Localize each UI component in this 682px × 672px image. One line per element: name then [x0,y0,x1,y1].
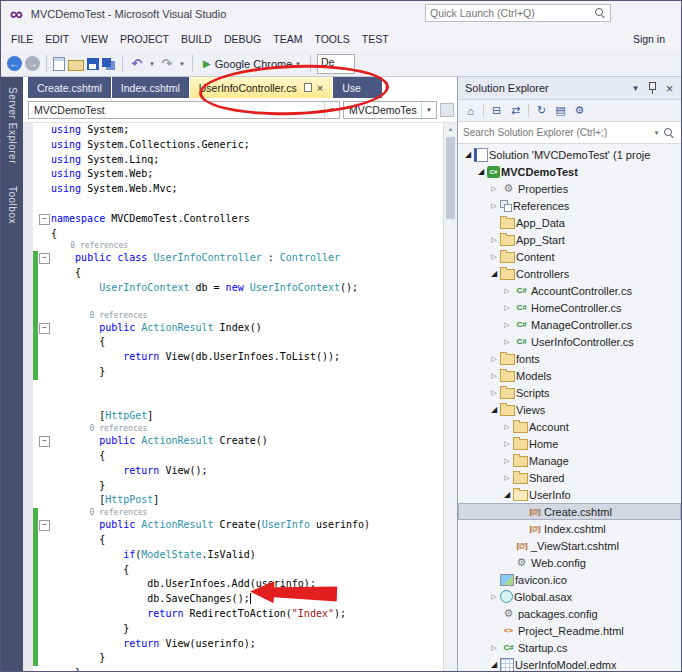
menu-test[interactable]: TEST [356,27,395,51]
pin-icon[interactable] [644,80,661,96]
close-tab-icon[interactable]: × [317,83,323,93]
tab-create-cshtml[interactable]: Create.cshtml [28,77,111,98]
window-position-chevron-icon[interactable]: ▾ [627,80,644,96]
tree-item-userinfomodel-edmx[interactable]: ◢UserInfoModel.edmx [458,656,681,671]
tree-item-app-start[interactable]: ▷App_Start [458,231,681,248]
collapsed-arrow-icon[interactable]: ▷ [501,474,513,482]
collapse-region-box[interactable]: − [39,436,50,447]
sync-with-active-document-icon[interactable]: ⇄ [507,102,524,119]
collapsed-arrow-icon[interactable]: ▷ [488,236,500,244]
collapsed-arrow-icon[interactable]: ▷ [488,202,500,210]
menu-debug[interactable]: DEBUG [218,27,267,51]
new-file-icon[interactable] [53,57,65,71]
collapsed-arrow-icon[interactable]: ▷ [488,644,500,652]
expanded-arrow-icon[interactable]: ◢ [488,405,500,414]
tree-item-mvcdemotest[interactable]: ◢C#MVCDemoTest [458,163,681,180]
collapsed-arrow-icon[interactable]: ▷ [488,185,500,193]
show-all-files-icon[interactable]: ▤ [552,102,569,119]
tree-item-global-asax[interactable]: ▷Global.asax [458,588,681,605]
solution-explorer-search-input[interactable] [460,127,651,138]
collapsed-arrow-icon[interactable]: ▷ [501,440,513,448]
start-debugging-button[interactable]: ▶ Google Chrome ▾ [199,58,304,70]
quick-launch-input[interactable] [426,7,593,19]
codelens-line[interactable]: 0 references [23,311,443,321]
tree-item-favicon-ico[interactable]: favicon.ico [458,571,681,588]
close-icon[interactable]: × [661,80,678,96]
pin-tab-icon[interactable] [304,83,312,92]
codelens-line[interactable]: 0 references [23,508,443,518]
chevron-down-icon[interactable]: ▾ [651,129,662,137]
undo-dropdown-icon[interactable]: ▾ [148,55,156,73]
tree-item-home[interactable]: ▷Home [458,435,681,452]
tree-item-userinfo[interactable]: ◢UserInfo [458,486,681,503]
menu-team[interactable]: TEAM [267,27,308,51]
tree-item-app-data[interactable]: App_Data [458,214,681,231]
tree-item-models[interactable]: ▷Models [458,367,681,384]
collapse-region-box[interactable]: − [39,253,50,264]
quick-launch-box[interactable] [425,4,611,22]
collapsed-arrow-icon[interactable]: ▷ [501,321,513,329]
tab-index-cshtml[interactable]: Index.cshtml [112,77,189,98]
expanded-arrow-icon[interactable]: ◢ [475,167,487,176]
collapsed-arrow-icon[interactable]: ▷ [501,457,513,465]
expanded-arrow-icon[interactable]: ◢ [488,269,500,278]
properties-icon[interactable]: ⚙ [571,102,588,119]
scroll-up-arrow-icon[interactable] [444,123,457,135]
tree-item-homecontroller-cs[interactable]: ▷C#HomeController.cs [458,299,681,316]
open-file-icon[interactable] [68,60,84,71]
tree-item-project-readme-html[interactable]: <>Project_Readme.html [458,622,681,639]
tree-item-web-config[interactable]: ⚙Web.config [458,554,681,571]
collapsed-arrow-icon[interactable]: ▷ [501,423,513,431]
expanded-arrow-icon[interactable]: ◢ [488,660,500,669]
tree-item-account[interactable]: ▷Account [458,418,681,435]
tree-item-controllers[interactable]: ◢Controllers [458,265,681,282]
solution-explorer-search-box[interactable]: ▾ [458,122,681,144]
tree-item-fonts[interactable]: ▷fonts [458,350,681,367]
menu-build[interactable]: BUILD [175,27,218,51]
tab-userinfocontroller-cs[interactable]: UserInfoController.cs× [190,77,332,98]
chevron-down-icon[interactable]: ▾ [296,60,300,68]
navigate-backward-icon[interactable]: ← [7,56,22,71]
undo-icon[interactable]: ↶ [129,55,145,73]
tree-item-scripts[interactable]: ▷Scripts [458,384,681,401]
split-window-box[interactable] [440,103,454,117]
project-dropdown[interactable]: MVCDemoTest [28,101,340,119]
tree-item-views[interactable]: ◢Views [458,401,681,418]
tree-item-solution-mvcdemotest-1-proje[interactable]: ◢Solution 'MVCDemoTest' (1 proje [458,146,681,163]
scrollbar-thumb[interactable] [446,137,455,219]
collapsed-arrow-icon[interactable]: ▷ [488,372,500,380]
tree-item-viewstart-cshtml[interactable]: [@]_ViewStart.cshtml [458,537,681,554]
collapsed-arrow-icon[interactable]: ▷ [488,593,500,601]
collapse-all-icon[interactable]: ⊟ [488,102,505,119]
sign-in-link[interactable]: Sign in [633,33,665,45]
server-explorer-vertical-tab[interactable]: Server Explorer [7,83,18,168]
collapse-region-box[interactable]: − [39,323,50,334]
collapsed-arrow-icon[interactable]: ▷ [488,253,500,261]
chevron-down-icon[interactable] [421,102,436,118]
solution-configuration-dropdown[interactable]: De [317,54,355,74]
collapsed-arrow-icon[interactable]: ▷ [488,355,500,363]
tree-item-manage[interactable]: ▷Manage [458,452,681,469]
collapsed-arrow-icon[interactable]: ▷ [501,304,513,312]
redo-icon[interactable]: ↷ [159,55,175,73]
redo-dropdown-icon[interactable]: ▾ [178,55,186,73]
type-dropdown[interactable]: MVCDemoTes [343,101,437,119]
tree-item-managecontroller-cs[interactable]: ▷C#ManageController.cs [458,316,681,333]
collapse-region-box[interactable]: − [39,520,50,531]
tree-item-shared[interactable]: ▷Shared [458,469,681,486]
menu-tools[interactable]: TOOLS [308,27,355,51]
collapsed-arrow-icon[interactable]: ▷ [501,338,513,346]
editor-vertical-scrollbar[interactable] [443,123,457,671]
codelens-line[interactable]: 0 references [23,241,443,251]
expanded-arrow-icon[interactable]: ◢ [462,150,474,159]
tab-overflow-chevron-icon[interactable] [385,83,389,92]
menu-project[interactable]: PROJECT [114,27,175,51]
tree-item-userinfocontroller-cs[interactable]: ▷C#UserInfoController.cs [458,333,681,350]
tree-item-create-cshtml[interactable]: [@]Create.cshtml [458,503,681,520]
tree-item-index-cshtml[interactable]: [@]Index.cshtml [458,520,681,537]
save-icon[interactable] [87,58,99,70]
code-editor[interactable]: using System;using System.Collections.Ge… [23,123,443,671]
tree-item-references[interactable]: ▷References [458,197,681,214]
expanded-arrow-icon[interactable]: ◢ [501,490,513,499]
tree-item-accountcontroller-cs[interactable]: ▷C#AccountController.cs [458,282,681,299]
